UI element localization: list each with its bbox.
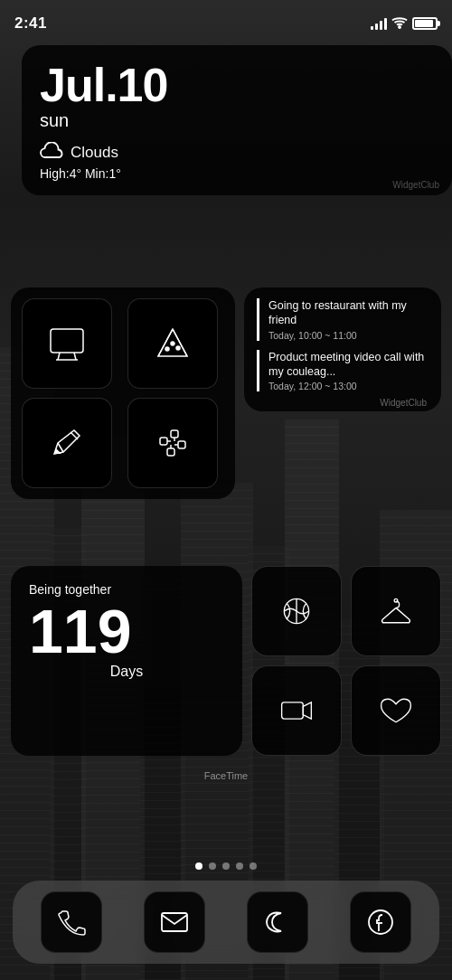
page-dot-5 bbox=[250, 862, 257, 870]
page-dot-3 bbox=[222, 862, 230, 870]
phone-dock-icon[interactable] bbox=[41, 891, 102, 953]
status-bar: 2:41 bbox=[0, 0, 452, 40]
calendar-widget: Going to restaurant with my friend Today… bbox=[244, 287, 441, 411]
calendar-event-2: Product meeting video call with my coule… bbox=[257, 350, 428, 392]
day-display: sun bbox=[40, 110, 434, 131]
svg-rect-23 bbox=[282, 702, 304, 719]
svg-line-3 bbox=[74, 353, 76, 360]
svg-rect-1 bbox=[51, 329, 83, 353]
dock bbox=[13, 881, 439, 964]
video-app-icon[interactable] bbox=[251, 665, 342, 756]
svg-point-25 bbox=[369, 910, 392, 934]
date-display: Jul.10 bbox=[40, 61, 434, 108]
svg-rect-14 bbox=[178, 441, 185, 448]
status-icons bbox=[371, 16, 438, 32]
slack-app-icon[interactable] bbox=[127, 398, 218, 488]
counter-widget: Being together 119 Days bbox=[11, 566, 242, 756]
svg-line-10 bbox=[58, 443, 63, 452]
event-1-title: Going to restaurant with my friend bbox=[268, 298, 428, 328]
counter-days: Days bbox=[29, 664, 224, 680]
widget-club-label-1: WidgetClub bbox=[392, 180, 439, 190]
svg-rect-12 bbox=[160, 438, 167, 445]
page-dot-2 bbox=[209, 862, 216, 870]
svg-point-5 bbox=[171, 342, 174, 345]
svg-point-7 bbox=[176, 346, 180, 350]
event-2-title: Product meeting video call with my coule… bbox=[268, 350, 428, 380]
svg-rect-24 bbox=[162, 913, 187, 931]
hanger-app-icon[interactable] bbox=[351, 566, 441, 656]
counter-number: 119 bbox=[29, 600, 224, 662]
facebook-dock-icon[interactable] bbox=[350, 891, 411, 953]
right-icon-grid bbox=[251, 566, 441, 756]
svg-rect-13 bbox=[171, 430, 178, 438]
svg-point-6 bbox=[165, 347, 169, 351]
basketball-app-icon[interactable] bbox=[251, 566, 342, 656]
content: Jul.10 sun Clouds High:4° Min:1° WidgetC… bbox=[0, 0, 452, 980]
wifi-icon bbox=[391, 16, 408, 32]
weather-temp: High:4° Min:1° bbox=[40, 166, 434, 181]
weather-name: Clouds bbox=[71, 144, 118, 162]
svg-point-0 bbox=[399, 26, 400, 28]
facetime-label: FaceTime bbox=[204, 770, 249, 781]
svg-line-2 bbox=[58, 353, 60, 360]
weather-row: Clouds bbox=[40, 142, 434, 164]
widget-club-label-2: WidgetClub bbox=[380, 398, 427, 408]
svg-rect-15 bbox=[167, 448, 174, 456]
event-2-time: Today, 12:00 ~ 13:00 bbox=[268, 381, 428, 391]
battery-icon bbox=[412, 17, 438, 30]
date-weather-widget: Jul.10 sun Clouds High:4° Min:1° WidgetC… bbox=[22, 45, 452, 195]
svg-point-22 bbox=[394, 598, 398, 602]
signal-icon bbox=[371, 17, 387, 30]
page-dot-4 bbox=[236, 862, 243, 870]
calendar-event-1: Going to restaurant with my friend Today… bbox=[257, 298, 428, 341]
status-time: 2:41 bbox=[14, 14, 47, 33]
pencil-app-icon[interactable] bbox=[22, 398, 112, 488]
event-1-time: Today, 10:00 ~ 11:00 bbox=[268, 330, 428, 341]
counter-label: Being together bbox=[29, 582, 224, 597]
heart-app-icon[interactable] bbox=[351, 665, 441, 756]
page-dots bbox=[0, 862, 452, 870]
apps-widget bbox=[11, 287, 235, 499]
pizza-app-icon[interactable] bbox=[127, 298, 218, 389]
bottom-widgets-row: Being together 119 Days bbox=[11, 566, 441, 756]
mail-dock-icon[interactable] bbox=[144, 891, 205, 953]
moon-dock-icon[interactable] bbox=[247, 891, 308, 953]
cloud-icon bbox=[40, 142, 65, 164]
tv-app-icon[interactable] bbox=[22, 298, 112, 389]
page-dot-1 bbox=[195, 862, 202, 870]
